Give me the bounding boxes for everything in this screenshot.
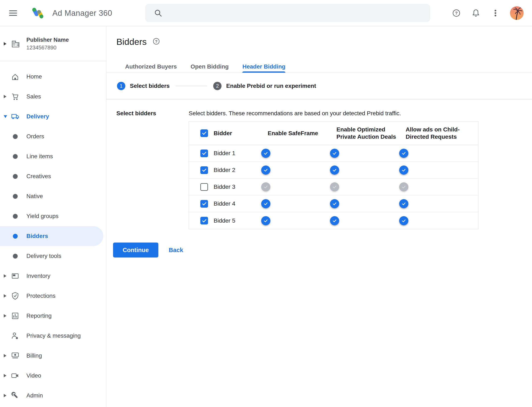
sidebar-item-creatives[interactable]: Creatives bbox=[0, 166, 106, 186]
top-app-bar: Ad Manager 360 ? bbox=[0, 0, 532, 26]
row-checkbox[interactable] bbox=[200, 217, 208, 225]
sidebar-item-native[interactable]: Native bbox=[0, 186, 106, 206]
bidder-name: Bidder 2 bbox=[214, 167, 235, 173]
continue-button[interactable]: Continue bbox=[113, 243, 158, 258]
search-icon bbox=[153, 8, 163, 18]
column-header-optimized-deals: Enable Optimized Private Auction Deals bbox=[337, 126, 406, 140]
sidebar-item-orders[interactable]: Orders bbox=[0, 126, 106, 146]
page-title: Bidders bbox=[116, 37, 147, 47]
bidder-name: Bidder 5 bbox=[214, 217, 235, 224]
bullet-icon bbox=[9, 174, 21, 179]
bullet-icon bbox=[9, 154, 21, 159]
chevron-right-icon bbox=[4, 294, 9, 297]
bell-icon bbox=[471, 8, 481, 18]
sidebar-item-yield-groups[interactable]: Yield groups bbox=[0, 206, 106, 226]
sidebar: Publisher Name 1234567890 Home bbox=[0, 26, 106, 407]
menu-icon[interactable] bbox=[9, 9, 17, 17]
sidebar-item-bidders[interactable]: Bidders bbox=[0, 226, 103, 246]
bullet-icon bbox=[9, 134, 21, 139]
building-icon bbox=[10, 39, 21, 49]
help-icon: ? bbox=[451, 8, 461, 18]
home-icon bbox=[9, 72, 21, 81]
chevron-right-icon bbox=[4, 314, 9, 318]
chevron-right-icon bbox=[4, 274, 9, 278]
search-bar[interactable] bbox=[145, 4, 430, 22]
table-row: Bidder 2 bbox=[189, 162, 478, 179]
bullet-icon bbox=[9, 194, 21, 199]
chevron-right-icon bbox=[4, 394, 9, 397]
person-badge-icon bbox=[9, 331, 21, 340]
sidebar-item-line-items[interactable]: Line items bbox=[0, 146, 106, 166]
videocam-icon bbox=[9, 371, 21, 380]
step-2-circle: 2 bbox=[213, 82, 222, 90]
cart-icon bbox=[9, 92, 21, 101]
publisher-id: 1234567890 bbox=[26, 44, 69, 51]
sidebar-item-sales[interactable]: Sales bbox=[0, 86, 106, 107]
shield-check-icon bbox=[9, 291, 21, 300]
truck-icon bbox=[9, 112, 21, 121]
sidebar-item-video[interactable]: Video bbox=[0, 366, 106, 386]
table-header-row: Bidder Enable SafeFrame Enable Optimized… bbox=[189, 121, 478, 145]
column-header-child-directed: Allow ads on Child-Directed Requests bbox=[406, 126, 479, 140]
bidders-table: Bidder Enable SafeFrame Enable Optimized… bbox=[189, 121, 478, 229]
bullet-icon bbox=[9, 254, 21, 258]
svg-text:?: ? bbox=[155, 39, 158, 44]
back-link[interactable]: Back bbox=[169, 247, 183, 254]
column-header-bidder: Bidder bbox=[214, 130, 232, 137]
row-checkbox[interactable] bbox=[200, 183, 208, 191]
chevron-down-icon bbox=[4, 115, 9, 118]
row-checkbox[interactable] bbox=[200, 166, 208, 174]
avatar-palm-image bbox=[510, 6, 524, 20]
wrench-icon bbox=[9, 391, 21, 400]
bar-chart-icon bbox=[9, 311, 21, 321]
window-icon bbox=[9, 271, 21, 281]
tab-open-bidding[interactable]: Open Bidding bbox=[191, 60, 229, 73]
svg-text:?: ? bbox=[455, 11, 458, 15]
sidebar-item-protections[interactable]: Protections bbox=[0, 286, 106, 306]
section-label: Select bidders bbox=[106, 110, 189, 229]
table-row: Bidder 1 bbox=[189, 145, 478, 162]
sidebar-item-home[interactable]: Home bbox=[0, 67, 106, 86]
section-description: Select bidders. These recommendations ar… bbox=[189, 110, 532, 117]
sidebar-item-reporting[interactable]: Reporting bbox=[0, 306, 106, 326]
publisher-name: Publisher Name bbox=[26, 37, 69, 43]
topbar-actions: ? bbox=[451, 0, 524, 26]
help-button[interactable]: ? bbox=[451, 8, 461, 18]
app-title: Ad Manager 360 bbox=[52, 9, 112, 18]
bidder-name: Bidder 3 bbox=[214, 184, 235, 190]
action-bar: Continue Back bbox=[106, 243, 532, 258]
notifications-button[interactable] bbox=[471, 8, 481, 18]
column-header-safeframe: Enable SafeFrame bbox=[268, 130, 337, 137]
bidder-name: Bidder 4 bbox=[214, 200, 235, 207]
kebab-menu-icon bbox=[491, 8, 500, 18]
tab-bar: Authorized Buyers Open Bidding Header Bi… bbox=[106, 60, 532, 73]
step-2-label: Enable Prebid or run experiment bbox=[226, 83, 316, 89]
page-help-button[interactable]: ? bbox=[152, 37, 161, 46]
account-avatar[interactable] bbox=[510, 6, 524, 20]
sidebar-item-inventory[interactable]: Inventory bbox=[0, 266, 106, 286]
sidebar-item-delivery-tools[interactable]: Delivery tools bbox=[0, 246, 106, 266]
chevron-right-icon bbox=[4, 354, 9, 357]
sidebar-item-delivery[interactable]: Delivery bbox=[0, 107, 106, 126]
select-all-checkbox[interactable] bbox=[200, 129, 208, 137]
main-content: Bidders ? Authorized Buyers Open Bidding… bbox=[106, 26, 532, 407]
bullet-icon bbox=[9, 214, 21, 219]
sidebar-item-admin[interactable]: Admin bbox=[0, 386, 106, 406]
chevron-right-icon bbox=[4, 95, 9, 98]
step-1-label: Select bidders bbox=[130, 83, 169, 89]
table-row: Bidder 3 bbox=[189, 179, 478, 196]
sidebar-item-privacy-messaging[interactable]: Privacy & messaging bbox=[0, 326, 106, 346]
stepper: 1 Select bidders 2 Enable Prebid or run … bbox=[106, 73, 532, 99]
tab-header-bidding[interactable]: Header Bidding bbox=[242, 60, 285, 73]
row-checkbox[interactable] bbox=[200, 200, 208, 208]
bullet-icon bbox=[9, 234, 21, 239]
tab-authorized-buyers[interactable]: Authorized Buyers bbox=[125, 60, 177, 73]
more-options-button[interactable] bbox=[491, 8, 500, 18]
row-checkbox[interactable] bbox=[200, 149, 208, 157]
bidder-name: Bidder 1 bbox=[214, 150, 235, 157]
payments-icon bbox=[9, 351, 21, 360]
publisher-switcher[interactable]: Publisher Name 1234567890 bbox=[0, 26, 106, 61]
sidebar-nav: Home Sales bbox=[0, 61, 106, 406]
table-row: Bidder 4 bbox=[189, 196, 478, 212]
sidebar-item-billing[interactable]: Billing bbox=[0, 346, 106, 366]
